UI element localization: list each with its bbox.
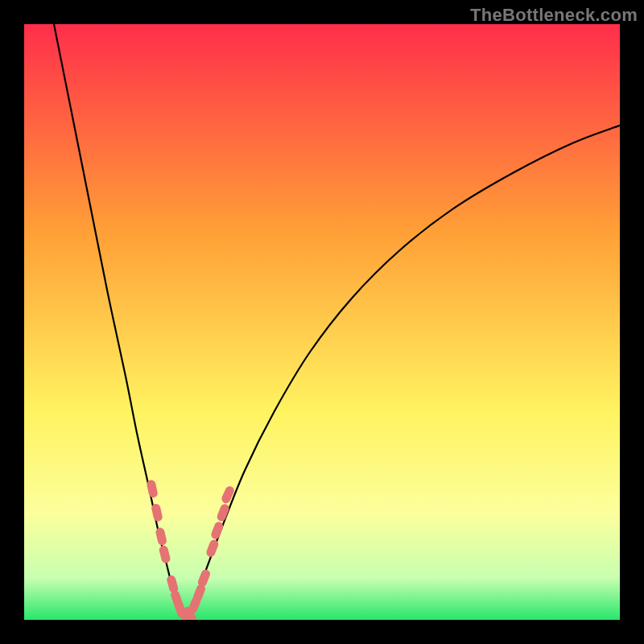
data-marker	[155, 526, 167, 546]
marker-group	[146, 479, 235, 620]
chart-svg	[24, 24, 620, 620]
data-marker	[210, 521, 225, 540]
plot-area	[24, 24, 620, 620]
data-marker	[151, 503, 163, 522]
curve-right-branch	[185, 126, 620, 620]
watermark-text: TheBottleneck.com	[470, 5, 638, 26]
data-marker	[205, 539, 220, 558]
data-marker	[159, 545, 171, 564]
data-marker	[221, 485, 236, 505]
curve-left-branch	[54, 24, 185, 620]
data-marker	[146, 479, 158, 498]
